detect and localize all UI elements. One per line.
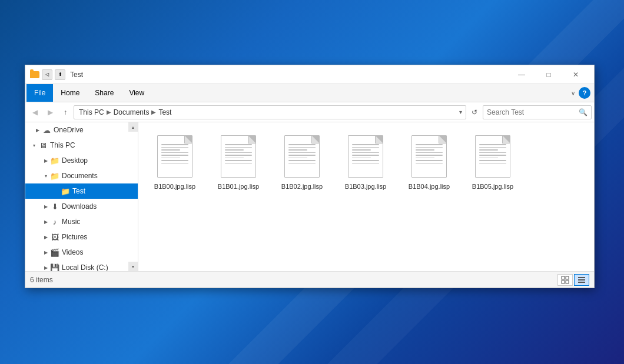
files-grid: B1B00.jpg.lisp B1B01.jpg.lisp B1B02.jpg.… xyxy=(145,129,587,194)
doc-line xyxy=(416,160,443,161)
file-icon-container xyxy=(409,133,450,180)
minimize-button[interactable]: — xyxy=(508,65,535,84)
doc-line xyxy=(225,163,252,164)
sidebar-item-desktop[interactable]: ▶ 📁 Desktop xyxy=(25,153,138,168)
doc-line xyxy=(352,163,379,164)
file-item-1[interactable]: B1B01.jpg.lisp xyxy=(209,129,268,194)
quick-access-btn-1[interactable]: ◁ xyxy=(42,69,52,80)
doc-line xyxy=(288,147,316,148)
onedrive-icon: ☁ xyxy=(42,125,51,135)
file-doc-icon xyxy=(411,135,447,178)
path-test[interactable]: Test xyxy=(157,108,172,116)
file-item-3[interactable]: B1B03.jpg.lisp xyxy=(336,129,395,194)
doc-line xyxy=(416,147,443,148)
doc-line xyxy=(479,163,506,164)
svg-rect-1 xyxy=(566,276,569,279)
file-doc-icon xyxy=(157,135,192,178)
sidebar-item-videos[interactable]: ▶ 🎬 Videos xyxy=(25,245,138,260)
file-doc-lines xyxy=(288,144,316,163)
doc-line xyxy=(288,152,316,153)
sidebar-item-documents[interactable]: ▾ 📁 Documents xyxy=(25,168,138,183)
title-bar: ◁ ⬆ Test — □ ✕ xyxy=(25,65,594,84)
pictures-icon: 🖼 xyxy=(50,232,59,242)
list-icon xyxy=(577,276,586,284)
doc-line xyxy=(288,155,316,156)
doc-line xyxy=(161,163,188,164)
doc-line xyxy=(225,155,252,156)
file-name: B1B04.jpg.lisp xyxy=(409,182,450,191)
doc-line xyxy=(161,152,188,153)
file-item-4[interactable]: B1B04.jpg.lisp xyxy=(400,129,459,194)
file-icon-container xyxy=(281,133,323,180)
search-box: 🔍 xyxy=(483,105,592,119)
file-item-2[interactable]: B1B02.jpg.lisp xyxy=(273,129,331,194)
help-button[interactable]: ? xyxy=(579,87,590,99)
sidebar-scroll-up[interactable]: ▲ xyxy=(128,122,138,132)
path-documents[interactable]: Documents xyxy=(112,108,151,116)
file-icon-container xyxy=(154,133,195,180)
sidebar-item-test[interactable]: 📁 Test xyxy=(25,183,138,199)
maximize-button[interactable]: □ xyxy=(535,65,562,84)
window-controls: — □ ✕ xyxy=(508,65,589,84)
doc-line xyxy=(479,144,506,145)
this-pc-icon: 🖥 xyxy=(38,141,48,150)
view-grid-button[interactable] xyxy=(557,274,573,286)
sidebar-item-music[interactable]: ▶ ♪ Music xyxy=(25,214,138,229)
tab-share[interactable]: Share xyxy=(87,84,121,102)
file-item-5[interactable]: B1B05.jpg.lisp xyxy=(463,129,522,194)
refresh-button[interactable]: ↺ xyxy=(467,105,482,119)
search-input[interactable] xyxy=(487,108,576,116)
music-icon: ♪ xyxy=(50,217,59,226)
sidebar-item-this-pc[interactable]: ▾ 🖥 This PC xyxy=(25,138,138,153)
file-item-0[interactable]: B1B00.jpg.lisp xyxy=(145,129,204,194)
expand-arrow-downloads: ▶ xyxy=(42,204,50,209)
back-button[interactable]: ◀ xyxy=(28,105,42,119)
file-explorer-window: ◁ ⬆ Test — □ ✕ File Home Share View ∨ ? … xyxy=(25,65,595,288)
sidebar-label-local-disk: Local Disk (C:) xyxy=(62,263,108,271)
file-doc-lines xyxy=(352,144,379,163)
up-button[interactable]: ↑ xyxy=(58,105,72,119)
sidebar-item-onedrive[interactable]: ▶ ☁ OneDrive xyxy=(25,122,138,138)
doc-line xyxy=(352,160,379,161)
forward-button[interactable]: ▶ xyxy=(43,105,57,119)
doc-line xyxy=(479,149,498,151)
doc-line xyxy=(479,158,498,159)
svg-rect-6 xyxy=(578,282,585,283)
tab-home[interactable]: Home xyxy=(53,84,87,102)
sidebar-scroll-down[interactable]: ▼ xyxy=(128,262,138,271)
address-path[interactable]: This PC ▶ Documents ▶ Test ▾ xyxy=(74,105,466,119)
doc-line xyxy=(479,155,506,156)
sidebar-item-downloads[interactable]: ▶ ⬇ Downloads xyxy=(25,199,138,214)
view-list-button[interactable] xyxy=(574,274,589,286)
close-button[interactable]: ✕ xyxy=(562,65,589,84)
view-buttons xyxy=(557,274,589,286)
svg-rect-2 xyxy=(562,280,565,283)
sidebar-label-test: Test xyxy=(72,187,85,195)
doc-line xyxy=(352,144,379,145)
doc-line xyxy=(225,144,252,145)
grid-icon xyxy=(561,276,569,284)
tab-view[interactable]: View xyxy=(121,84,152,102)
doc-line xyxy=(225,147,252,148)
file-name: B1B03.jpg.lisp xyxy=(345,182,386,191)
path-sep-2: ▶ xyxy=(150,109,157,115)
file-name: B1B05.jpg.lisp xyxy=(472,182,513,191)
doc-line xyxy=(225,158,244,159)
file-name: B1B02.jpg.lisp xyxy=(281,182,323,191)
ribbon-expand-icon[interactable]: ∨ xyxy=(567,87,579,99)
doc-line xyxy=(161,155,188,156)
doc-line xyxy=(288,144,316,145)
doc-line xyxy=(352,158,371,159)
search-icon[interactable]: 🔍 xyxy=(579,108,588,116)
path-dropdown-arrow[interactable]: ▾ xyxy=(459,109,462,115)
expand-arrow-local-disk: ▶ xyxy=(42,265,50,271)
address-bar: ◀ ▶ ↑ This PC ▶ Documents ▶ Test ▾ ↺ 🔍 xyxy=(25,102,594,122)
doc-line xyxy=(225,149,244,151)
tab-file[interactable]: File xyxy=(26,84,53,102)
path-this-pc[interactable]: This PC xyxy=(78,108,105,116)
doc-line xyxy=(161,160,188,161)
sidebar-item-local-disk[interactable]: ▶ 💾 Local Disk (C:) xyxy=(25,260,138,271)
file-icon-container xyxy=(472,133,513,180)
sidebar-item-pictures[interactable]: ▶ 🖼 Pictures xyxy=(25,229,138,245)
quick-access-btn-2[interactable]: ⬆ xyxy=(55,69,65,80)
